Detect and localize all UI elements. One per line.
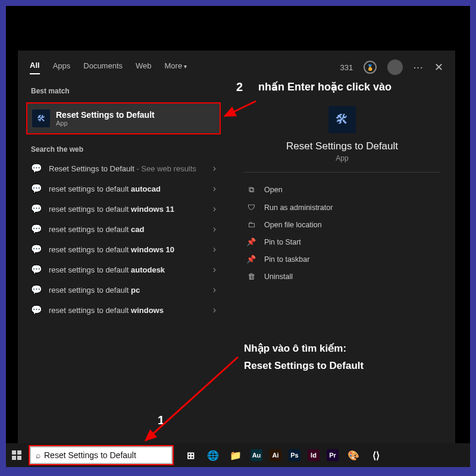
web-result-item[interactable]: 💬Reset Settings to Default - See web res…	[18, 158, 229, 178]
web-result-item[interactable]: 💬reset settings to default windows 10›	[18, 239, 229, 259]
web-result-text: reset settings to default autodesk	[49, 265, 165, 274]
action-pin-start[interactable]: 📌Pin to Start	[244, 233, 440, 250]
tab-more[interactable]: More	[165, 61, 187, 74]
web-result-item[interactable]: 💬reset settings to default windows 11›	[18, 199, 229, 219]
rewards-icon[interactable]: 🏅	[364, 61, 377, 74]
search-suggestion-icon: 💬	[31, 163, 42, 174]
web-result-text: reset settings to default windows 11	[49, 205, 174, 214]
tab-all[interactable]: All	[30, 61, 40, 74]
preview-title: Reset Settings to Default	[244, 140, 440, 152]
web-result-text: reset settings to default windows 10	[49, 245, 174, 254]
web-result-item[interactable]: 💬reset settings to default pc›	[18, 280, 229, 300]
search-suggestion-icon: 💬	[31, 203, 42, 214]
web-result-text: reset settings to default cad	[49, 225, 144, 234]
rewards-count: 331	[340, 63, 353, 72]
web-result-item[interactable]: 💬reset settings to default autodesk›	[18, 259, 229, 280]
web-result-item[interactable]: 💬reset settings to default cad›	[18, 219, 229, 239]
preview-column: 🛠 Reset Settings to Default App ⧉Open 🛡R…	[229, 82, 455, 445]
web-result-text: reset settings to default windows	[49, 306, 164, 315]
taskbar-search-box[interactable]: ⌕ Reset Settings to Default	[30, 446, 173, 464]
taskbar-search-value: Reset Settings to Default	[44, 450, 136, 460]
action-pin-taskbar[interactable]: 📌Pin to taskbar	[244, 250, 440, 268]
chevron-right-icon[interactable]: ›	[213, 183, 216, 194]
close-icon[interactable]: ✕	[434, 61, 443, 74]
search-web-label: Search the web	[18, 140, 229, 158]
more-options-icon[interactable]: ···	[414, 63, 424, 72]
taskbar-app[interactable]: 🎨	[343, 443, 364, 467]
tab-documents[interactable]: Documents	[83, 61, 123, 74]
web-results-list: 💬Reset Settings to Default - See web res…	[18, 158, 229, 320]
trash-icon: 🗑	[246, 272, 256, 281]
search-suggestion-icon: 💬	[31, 183, 42, 194]
pin-icon: 📌	[246, 255, 256, 264]
taskbar-app[interactable]: Pr	[327, 449, 339, 461]
search-suggestion-icon: 💬	[31, 224, 42, 234]
pin-icon: 📌	[246, 237, 256, 246]
search-suggestion-icon: 💬	[31, 264, 42, 275]
preview-app-icon: 🛠	[328, 106, 356, 133]
taskbar-app[interactable]: Ps	[289, 449, 300, 461]
chevron-right-icon[interactable]: ›	[213, 305, 216, 315]
taskbar-app[interactable]: Au	[250, 449, 262, 461]
taskbar-app[interactable]: Ai	[270, 449, 281, 461]
chevron-right-icon[interactable]: ›	[213, 163, 216, 174]
action-open[interactable]: ⧉Open	[244, 181, 440, 199]
taskbar-app[interactable]: ⟨⟩	[365, 443, 387, 467]
shield-icon: 🛡	[246, 203, 256, 212]
taskbar-app[interactable]: Id	[308, 449, 320, 461]
chevron-right-icon[interactable]: ›	[213, 244, 216, 255]
web-result-text: Reset Settings to Default - See web resu…	[49, 164, 196, 173]
start-search-panel: All Apps Documents Web More 331 🏅 ··· ✕ …	[18, 51, 455, 443]
taskbar-app[interactable]: ⊞	[180, 443, 201, 467]
windows-logo-icon	[12, 450, 21, 460]
action-open-location[interactable]: 🗀Open file location	[244, 216, 440, 233]
tab-apps[interactable]: Apps	[53, 61, 71, 74]
screenshot-frame: All Apps Documents Web More 331 🏅 ··· ✕ …	[6, 6, 470, 467]
chevron-right-icon[interactable]: ›	[213, 284, 216, 295]
web-result-item[interactable]: 💬reset settings to default windows›	[18, 300, 229, 320]
start-button[interactable]	[6, 443, 27, 467]
web-result-item[interactable]: 💬reset settings to default autocad›	[18, 178, 229, 199]
best-match-result[interactable]: 🛠 Reset Settings to Default App	[26, 102, 221, 134]
search-suggestion-icon: 💬	[31, 284, 42, 295]
taskbar-app[interactable]: 📁	[225, 443, 246, 467]
taskbar-pinned-apps: ⊞🌐📁AuAiPsIdPr🎨⟨⟩	[180, 443, 387, 467]
svg-rect-5	[17, 456, 21, 460]
taskbar: ⌕ Reset Settings to Default ⊞🌐📁AuAiPsIdP…	[6, 443, 470, 467]
tab-web[interactable]: Web	[136, 61, 152, 74]
chevron-right-icon[interactable]: ›	[213, 203, 216, 214]
user-avatar[interactable]	[387, 60, 403, 75]
preview-subtitle: App	[244, 154, 440, 162]
open-icon: ⧉	[246, 185, 256, 195]
web-result-text: reset settings to default autocad	[49, 184, 161, 193]
folder-icon: 🗀	[246, 220, 256, 229]
svg-rect-4	[12, 456, 16, 460]
action-run-admin[interactable]: 🛡Run as administrator	[244, 199, 440, 216]
search-tabs: All Apps Documents Web More 331 🏅 ··· ✕	[18, 51, 455, 82]
svg-rect-3	[17, 450, 21, 455]
search-suggestion-icon: 💬	[31, 305, 42, 315]
best-match-subtitle: App	[56, 120, 155, 127]
web-result-text: reset settings to default pc	[49, 286, 140, 295]
chevron-right-icon[interactable]: ›	[213, 224, 216, 234]
chevron-right-icon[interactable]: ›	[213, 264, 216, 275]
best-match-title: Reset Settings to Default	[56, 110, 155, 120]
search-icon: ⌕	[36, 450, 40, 460]
search-suggestion-icon: 💬	[31, 244, 42, 255]
taskbar-app[interactable]: 🌐	[202, 443, 224, 467]
best-match-label: Best match	[18, 82, 229, 100]
svg-rect-2	[12, 450, 16, 455]
reset-tool-icon: 🛠	[32, 109, 50, 127]
action-uninstall[interactable]: 🗑Uninstall	[244, 268, 440, 285]
divider	[244, 172, 440, 173]
results-column: Best match 🛠 Reset Settings to Default A…	[18, 82, 229, 445]
